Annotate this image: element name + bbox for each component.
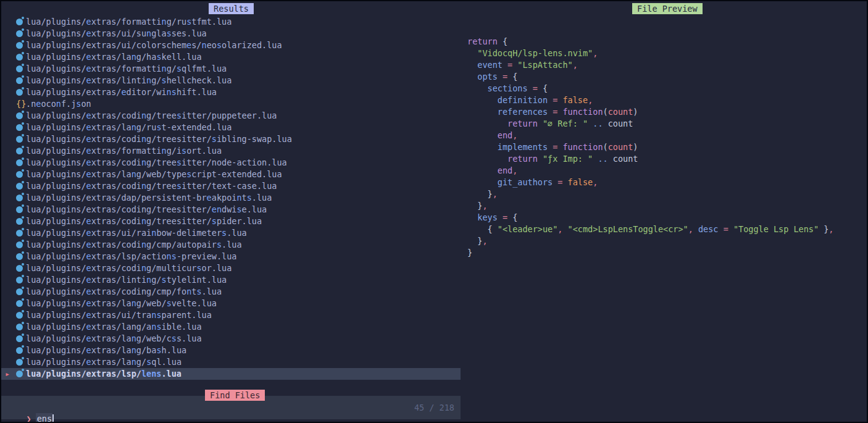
code-line: } (467, 247, 833, 259)
result-row[interactable]: lua/plugins/extras/coding/treesitter/tex… (1, 180, 461, 192)
result-row[interactable]: lua/plugins/extras/editor/winshift.lua (1, 86, 461, 98)
code-line: definition = false, (467, 94, 833, 106)
results-panel-title: Results (209, 3, 254, 14)
lua-file-icon (16, 136, 23, 143)
file-path: lua/plugins/extras/lang/ansible.lua (26, 322, 202, 332)
lua-file-icon (16, 300, 23, 307)
file-path: lua/plugins/extras/coding/treesitter/sib… (26, 134, 292, 144)
lua-file-icon (16, 230, 23, 237)
file-path: lua/plugins/extras/coding/treesitter/spi… (26, 216, 262, 226)
lua-file-icon (16, 312, 23, 319)
file-path: lua/plugins/extras/formatting/isort.lua (26, 146, 222, 156)
lua-file-icon (16, 124, 23, 131)
file-path: .neoconf.json (26, 99, 91, 109)
result-row[interactable]: lua/plugins/extras/coding/treesitter/spi… (1, 216, 461, 227)
result-row[interactable]: lua/plugins/extras/lang/ansible.lua (1, 321, 461, 333)
result-row[interactable]: lua/plugins/extras/coding/treesitter/end… (1, 204, 461, 216)
file-path: lua/plugins/extras/formatting/sqlfmt.lua (26, 64, 227, 73)
results-list: lua/plugins/extras/formatting/rustfmt.lu… (1, 16, 461, 380)
lua-file-icon (16, 19, 23, 25)
text-cursor-icon (52, 414, 54, 423)
result-row[interactable]: lua/plugins/extras/ui/colorschemes/neoso… (1, 40, 461, 51)
code-line: }, (467, 235, 833, 247)
file-path: lua/plugins/extras/ui/sunglasses.lua (26, 28, 207, 38)
result-row[interactable]: lua/plugins/extras/coding/multicursor.lu… (1, 262, 461, 274)
file-path: lua/plugins/extras/formatting/rustfmt.lu… (26, 17, 232, 27)
query-text[interactable]: ens (36, 413, 52, 423)
result-row[interactable]: lua/plugins/extras/lang/bash.lua (1, 345, 461, 356)
file-path: lua/plugins/extras/ui/colorschemes/neoso… (26, 40, 282, 50)
file-path: lua/plugins/extras/coding/treesitter/pup… (26, 111, 277, 120)
file-path: lua/plugins/extras/coding/cmp/autopairs.… (26, 240, 242, 249)
code-line: implements = function(count) (467, 141, 833, 153)
lua-file-icon (16, 265, 23, 272)
prompt-title: Find Files (205, 390, 265, 401)
lua-file-icon (16, 112, 23, 119)
result-row[interactable]: lua/plugins/extras/coding/treesitter/pup… (1, 110, 461, 122)
result-row[interactable]: lua/plugins/extras/lang/haskell.lua (1, 51, 461, 63)
lua-file-icon (16, 183, 23, 190)
result-row[interactable]: lua/plugins/extras/ui/rainbow-delimeters… (1, 227, 461, 239)
result-row[interactable]: lua/plugins/extras/lang/rust-extended.lu… (1, 122, 461, 133)
lua-file-icon (16, 335, 23, 342)
lua-file-icon (16, 288, 23, 295)
code-line: { "<leader>ue", "<cmd>LspLensToggle<cr>"… (467, 224, 833, 235)
file-path: lua/plugins/extras/coding/treesitter/tex… (26, 181, 277, 191)
json-file-icon: {} (16, 98, 26, 110)
result-row[interactable]: lua/plugins/extras/dap/persistent-breakp… (1, 192, 461, 204)
result-row[interactable]: lua/plugins/extras/formatting/isort.lua (1, 145, 461, 157)
code-line: event = "LspAttach", (467, 59, 833, 71)
lua-file-icon (16, 277, 23, 283)
file-path: lua/plugins/extras/coding/treesitter/end… (26, 204, 267, 214)
file-path: lua/plugins/extras/coding/multicursor.lu… (26, 263, 232, 273)
file-path: lua/plugins/extras/lang/web/css.lua (26, 333, 202, 343)
result-row[interactable]: lua/plugins/extras/coding/cmp/autopairs.… (1, 239, 461, 251)
result-row[interactable]: lua/plugins/extras/ui/sunglasses.lua (1, 28, 461, 40)
result-row[interactable]: lua/plugins/extras/linting/stylelint.lua (1, 274, 461, 286)
file-path: lua/plugins/extras/lang/web/typescript-e… (26, 169, 282, 179)
result-row[interactable]: lua/plugins/extras/formatting/sqlfmt.lua (1, 63, 461, 75)
file-path: lua/plugins/extras/lang/bash.lua (26, 345, 186, 355)
result-row[interactable]: lua/plugins/extras/lang/web/css.lua (1, 333, 461, 345)
lua-file-icon (16, 65, 23, 72)
result-row[interactable]: lua/plugins/extras/coding/treesitter/nod… (1, 157, 461, 169)
result-row[interactable]: lua/plugins/extras/linting/shellcheck.lu… (1, 75, 461, 86)
result-row[interactable]: lua/plugins/extras/lang/sql.lua (1, 356, 461, 368)
lua-file-icon (16, 241, 23, 248)
result-row[interactable]: lua/plugins/extras/lsp/actions-preview.l… (1, 251, 461, 262)
lua-file-icon (16, 218, 23, 225)
lua-file-icon (16, 89, 23, 96)
result-row[interactable]: lua/plugins/extras/formatting/rustfmt.lu… (1, 16, 461, 28)
match-counter: 45 / 218 (414, 402, 454, 413)
lua-file-icon (16, 253, 23, 260)
code-line: keys = { (467, 212, 833, 224)
result-row[interactable]: ▸lua/plugins/extras/lsp/lens.lua (1, 368, 461, 380)
lua-file-icon (16, 171, 23, 178)
file-path: lua/plugins/extras/coding/cmp/fonts.lua (26, 287, 222, 296)
result-row[interactable]: {}.neoconf.json (1, 98, 461, 110)
file-path: lua/plugins/extras/lang/sql.lua (26, 357, 182, 367)
lua-file-icon (16, 359, 23, 366)
result-row[interactable]: lua/plugins/extras/lang/web/svelte.lua (1, 298, 461, 309)
file-path: lua/plugins/extras/editor/winshift.lua (26, 87, 217, 97)
selection-arrow-icon: ▸ (5, 368, 10, 380)
code-line: return "∅ Ref: " .. count (467, 118, 833, 130)
code-line: end, (467, 130, 833, 141)
lua-file-icon (16, 54, 23, 61)
file-path: lua/plugins/extras/linting/shellcheck.lu… (26, 75, 232, 85)
lua-file-icon (16, 371, 23, 377)
result-row[interactable]: lua/plugins/extras/coding/cmp/fonts.lua (1, 286, 461, 298)
file-path: lua/plugins/extras/ui/transparent.lua (26, 310, 212, 320)
result-row[interactable]: lua/plugins/extras/lang/web/typescript-e… (1, 169, 461, 180)
result-row[interactable]: lua/plugins/extras/coding/treesitter/sib… (1, 133, 461, 145)
code-line: opts = { (467, 71, 833, 83)
file-path: lua/plugins/extras/lang/haskell.lua (26, 52, 202, 62)
file-path: lua/plugins/extras/lsp/lens.lua (26, 369, 182, 379)
lua-file-icon (16, 30, 23, 37)
code-line: }, (467, 188, 833, 200)
preview-code: return { "VidocqH/lsp-lens.nvim", event … (467, 36, 833, 259)
prompt-input[interactable]: ❯ens (6, 402, 54, 413)
code-line: return "ƒx Imp: " .. count (467, 153, 833, 165)
lua-file-icon (16, 159, 23, 166)
result-row[interactable]: lua/plugins/extras/ui/transparent.lua (1, 309, 461, 321)
